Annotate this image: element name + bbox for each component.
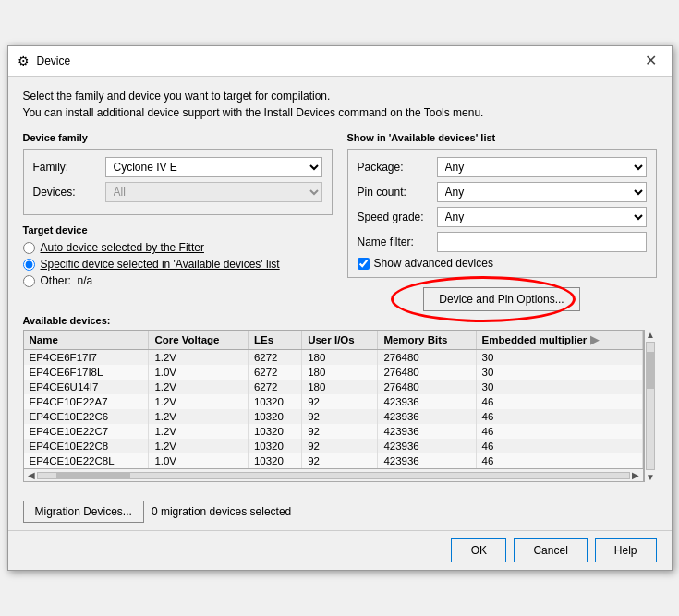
family-row: Family: Cyclone IV E: [33, 157, 322, 177]
device-table-main: Name Core Voltage LEs User I/Os Memory B…: [23, 330, 644, 482]
table-row[interactable]: EP4CE6U14I71.2V627218027648030: [24, 380, 643, 394]
col-memory-bits: Memory Bits: [378, 331, 476, 350]
col-user-ios: User I/Os: [302, 331, 378, 350]
family-label: Family:: [33, 161, 100, 174]
main-columns: Device family Family: Cyclone IV E Devic…: [23, 132, 657, 311]
dialog-title: Device: [37, 54, 71, 67]
devices-label: Devices:: [33, 186, 100, 199]
migration-status: 0 migration devices selected: [152, 505, 291, 518]
available-devices-section: Available devices: Name Core Voltage LEs: [23, 315, 657, 482]
table-row[interactable]: EP4CE10E22A71.2V103209242393646: [24, 394, 643, 409]
name-filter-input[interactable]: [437, 232, 647, 252]
scroll-up-arrow[interactable]: ▲: [644, 330, 657, 340]
pin-count-row: Pin count: Any: [358, 182, 647, 202]
name-filter-label: Name filter:: [358, 236, 431, 248]
device-table-scroll[interactable]: Name Core Voltage LEs User I/Os Memory B…: [24, 331, 643, 468]
intro-text: Select the family and device you want to…: [23, 88, 657, 121]
left-column: Device family Family: Cyclone IV E Devic…: [23, 132, 333, 311]
package-select[interactable]: Any: [437, 157, 647, 177]
bottom-bar: Migration Devices... 0 migration devices…: [8, 493, 672, 530]
auto-radio-label[interactable]: Auto device selected by the Fitter: [41, 241, 204, 254]
specific-radio-row: Specific device selected in 'Available d…: [23, 258, 333, 271]
device-family-group: Family: Cyclone IV E Devices: All: [23, 149, 333, 215]
horizontal-scrollbar[interactable]: ◀ ▶: [24, 468, 643, 481]
h-scroll-thumb: [56, 473, 130, 478]
show-in-list-group: Package: Any Pin count: Any Speed grade:: [347, 149, 657, 278]
device-pin-options-button[interactable]: Device and Pin Options...: [423, 287, 579, 311]
close-button[interactable]: ✕: [639, 52, 662, 70]
devices-row: Devices: All: [33, 182, 322, 202]
available-devices-label: Available devices:: [23, 315, 657, 326]
table-row[interactable]: EP4CE10E22C61.2V103209242393646: [24, 409, 643, 424]
cancel-button[interactable]: Cancel: [514, 538, 587, 562]
vertical-scrollbar[interactable]: ▲ ▼: [644, 330, 657, 482]
family-select[interactable]: Cyclone IV E: [105, 157, 322, 177]
v-scroll-track[interactable]: [646, 342, 655, 470]
auto-radio-row: Auto device selected by the Fitter: [23, 241, 333, 254]
table-row[interactable]: EP4CE6F17I8L1.0V627218027648030: [24, 365, 643, 380]
show-advanced-label[interactable]: Show advanced devices: [374, 257, 493, 270]
specific-radio[interactable]: [23, 259, 35, 271]
dialog-footer: OK Cancel Help: [8, 530, 672, 570]
speed-grade-row: Speed grade: Any: [358, 207, 647, 227]
other-radio-row: Other: n/a: [23, 274, 333, 287]
device-pin-btn-wrapper: Device and Pin Options...: [347, 287, 657, 311]
auto-radio[interactable]: [23, 242, 35, 254]
table-row[interactable]: EP4CE10E22C81.2V103209242393646: [24, 439, 643, 453]
migration-devices-button[interactable]: Migration Devices...: [23, 501, 144, 523]
package-label: Package:: [358, 161, 431, 174]
target-device-section: Target device Auto device selected by th…: [23, 224, 333, 287]
col-name: Name: [24, 331, 149, 350]
pin-count-select[interactable]: Any: [437, 182, 647, 202]
package-row: Package: Any: [358, 157, 647, 177]
scroll-down-arrow[interactable]: ▼: [644, 472, 657, 482]
show-advanced-row: Show advanced devices: [358, 257, 647, 270]
show-advanced-checkbox[interactable]: [358, 258, 370, 270]
other-radio-label[interactable]: Other: n/a: [41, 274, 93, 287]
device-table-container: Name Core Voltage LEs User I/Os Memory B…: [23, 330, 657, 482]
speed-grade-label: Speed grade:: [358, 211, 431, 223]
dialog-body: Select the family and device you want to…: [8, 77, 672, 493]
col-embedded: Embedded multiplier ▶: [476, 331, 642, 350]
ok-button[interactable]: OK: [451, 538, 506, 562]
name-filter-row: Name filter:: [358, 232, 647, 252]
device-table: Name Core Voltage LEs User I/Os Memory B…: [24, 331, 643, 468]
scroll-left-arrow[interactable]: ◀: [26, 470, 37, 480]
h-scroll-track[interactable]: [37, 472, 630, 479]
device-dialog: ⚙ Device ✕ Select the family and device …: [7, 45, 673, 571]
table-header-row: Name Core Voltage LEs User I/Os Memory B…: [24, 331, 643, 350]
table-row[interactable]: EP4CE6F17I71.2V627218027648030: [24, 350, 643, 366]
dialog-icon: ⚙: [18, 54, 30, 68]
table-row[interactable]: EP4CE10E22C71.2V103209242393646: [24, 424, 643, 439]
scroll-right-arrow[interactable]: ▶: [630, 470, 641, 480]
specific-radio-label[interactable]: Specific device selected in 'Available d…: [41, 258, 280, 271]
show-in-list-label: Show in 'Available devices' list: [347, 132, 657, 143]
title-bar: ⚙ Device ✕: [8, 46, 672, 77]
target-device-label: Target device: [23, 224, 333, 236]
col-core-voltage: Core Voltage: [149, 331, 249, 350]
speed-grade-select[interactable]: Any: [437, 207, 647, 227]
col-les: LEs: [248, 331, 301, 350]
v-scroll-thumb: [647, 352, 654, 389]
other-radio[interactable]: [23, 275, 35, 287]
device-family-label: Device family: [23, 132, 333, 143]
right-column: Show in 'Available devices' list Package…: [347, 132, 657, 311]
help-button[interactable]: Help: [595, 538, 657, 562]
table-row[interactable]: EP4CE10E22C8L1.0V103209242393646: [24, 453, 643, 468]
pin-count-label: Pin count:: [358, 186, 431, 199]
devices-select[interactable]: All: [105, 182, 322, 202]
device-table-wrapper: Name Core Voltage LEs User I/Os Memory B…: [23, 330, 644, 482]
